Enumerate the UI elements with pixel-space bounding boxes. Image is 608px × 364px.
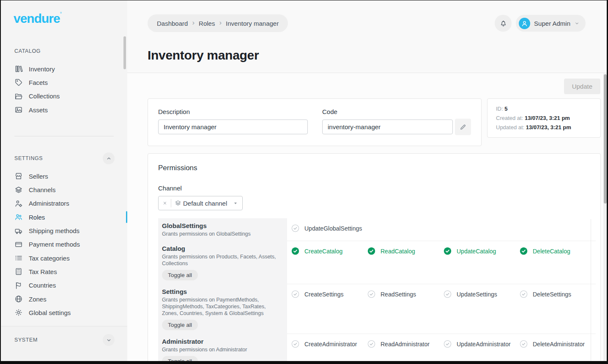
description-field[interactable] <box>158 120 308 134</box>
meta-row: ID: 5 <box>496 104 592 114</box>
sidebar-item-sellers[interactable]: Sellers <box>1 169 127 183</box>
permission-checkbox-DeleteSettings[interactable]: DeleteSettings <box>520 290 596 298</box>
main-scrollbar-thumb[interactable] <box>604 74 607 204</box>
administrators-icon <box>14 199 23 208</box>
code-label: Code <box>322 108 471 115</box>
sidebar-item-facets[interactable]: Facets <box>1 76 127 89</box>
sidebar-section-settings[interactable]: SETTINGS <box>1 152 127 164</box>
permission-label: ReadSettings <box>381 291 416 298</box>
sidebar-item-administrators[interactable]: Administrators <box>1 197 127 210</box>
sidebar-item-payment-methods[interactable]: Payment methods <box>1 238 127 251</box>
sidebar-item-tax-rates[interactable]: Tax Rates <box>1 265 127 278</box>
bell-icon <box>499 19 507 27</box>
permission-checkbox-CreateCatalog[interactable]: CreateCatalog <box>291 247 367 255</box>
sidebar-item-inventory[interactable]: Inventory <box>1 62 127 76</box>
permission-label: CreateCatalog <box>304 248 342 255</box>
breadcrumb-inventory-manager[interactable]: Inventory manager <box>226 20 279 27</box>
divider <box>171 199 171 207</box>
permission-checkbox-UpdateCatalog[interactable]: UpdateCatalog <box>444 247 520 255</box>
facets-icon <box>14 78 23 87</box>
permission-group-row-globalsettings: GlobalSettingsGrants permissions on Glob… <box>158 218 590 241</box>
permission-checkbox-ReadAdministrator[interactable]: ReadAdministrator <box>367 340 444 348</box>
collections-icon <box>14 92 23 101</box>
sidebar-item-label: Shipping methods <box>29 227 79 234</box>
check-circle-off-icon <box>291 224 299 232</box>
sidebar-item-label: Tax Rates <box>29 268 57 275</box>
sidebar-item-global-settings[interactable]: Global settings <box>1 306 127 319</box>
sidebar-item-label: Roles <box>29 214 45 221</box>
sidebar-item-collections[interactable]: Collections <box>1 90 127 103</box>
sidebar-section-system[interactable]: SYSTEM <box>1 334 127 346</box>
permission-label: CreateAdministrator <box>304 341 357 348</box>
sellers-icon <box>14 172 23 180</box>
sidebar-item-assets[interactable]: Assets <box>1 103 127 117</box>
permission-checkbox-ReadCatalog[interactable]: ReadCatalog <box>367 247 444 255</box>
permission-label: DeleteCatalog <box>533 248 570 255</box>
description-label: Description <box>158 108 308 115</box>
permission-group-description: Grants permissions on Administrator <box>162 346 281 353</box>
sidebar-item-zones[interactable]: Zones <box>1 292 127 306</box>
permission-checkbox-CreateSettings[interactable]: CreateSettings <box>291 290 367 298</box>
breadcrumb-dashboard[interactable]: Dashboard <box>157 20 188 27</box>
sidebar: vendure° CATALOGInventoryFacetsCollectio… <box>1 0 127 361</box>
permission-group-row-settings: SettingsGrants permissions on PaymentMet… <box>158 284 590 334</box>
sidebar-item-shipping-methods[interactable]: Shipping methods <box>1 224 127 237</box>
permissions-table: GlobalSettingsGrants permissions on Glob… <box>158 218 590 361</box>
meta-row: Created at: 13/07/23, 3:21 pm <box>496 114 592 123</box>
channel-select[interactable]: Default channel <box>158 196 243 210</box>
sidebar-item-label: Inventory <box>29 65 55 73</box>
edit-code-button[interactable] <box>455 119 471 135</box>
clear-channel-icon[interactable] <box>162 201 167 206</box>
permission-checkbox-UpdateGlobalSettings[interactable]: UpdateGlobalSettings <box>291 224 367 232</box>
breadcrumb-roles[interactable]: Roles <box>199 20 215 27</box>
permission-label: DeleteAdministrator <box>533 341 585 348</box>
chevron-down-icon[interactable] <box>103 334 115 346</box>
permission-checkbox-DeleteAdministrator[interactable]: DeleteAdministrator <box>520 340 596 348</box>
main-scrollbar[interactable] <box>603 73 607 361</box>
permission-checkbox-UpdateSettings[interactable]: UpdateSettings <box>444 290 520 298</box>
sidebar-item-label: Sellers <box>29 173 48 180</box>
chevron-right-icon: › <box>219 19 222 27</box>
sidebar-item-countries[interactable]: Countries <box>1 279 127 292</box>
inventory-icon <box>14 65 23 73</box>
user-menu[interactable]: Super Admin <box>516 15 586 32</box>
meta-value: 13/07/23, 3:21 pm <box>526 124 571 130</box>
permissions-scroll-divider <box>591 219 591 361</box>
code-field[interactable] <box>322 120 453 134</box>
permission-checkbox-UpdateAdministrator[interactable]: UpdateAdministrator <box>444 340 520 348</box>
sidebar-item-label: Tax categories <box>29 255 70 262</box>
meta-row: Updated at: 13/07/23, 3:21 pm <box>496 123 592 132</box>
check-circle-on-icon <box>520 247 528 255</box>
sidebar-item-roles[interactable]: Roles <box>1 210 127 224</box>
notifications-button[interactable] <box>495 15 512 32</box>
sidebar-section-label: SYSTEM <box>14 337 38 343</box>
permission-checkboxes: UpdateGlobalSettings <box>287 218 596 241</box>
sidebar-item-label: Channels <box>29 186 55 193</box>
sidebar-item-label: Payment methods <box>29 241 80 248</box>
meta-value: 5 <box>504 106 507 112</box>
countries-icon <box>14 281 23 290</box>
check-circle-on-icon <box>291 247 299 255</box>
toggle-all-button[interactable]: Toggle all <box>162 270 198 280</box>
meta-label: Created at: <box>496 115 525 121</box>
channels-icon <box>14 186 23 194</box>
chevron-up-icon[interactable] <box>103 152 115 164</box>
permission-checkbox-DeleteCatalog[interactable]: DeleteCatalog <box>520 247 596 255</box>
toggle-all-button[interactable]: Toggle all <box>162 356 198 361</box>
sidebar-section-label: CATALOG <box>14 48 41 54</box>
sidebar-item-label: Collections <box>29 92 60 100</box>
detail-card: Description Code <box>148 98 482 146</box>
update-button[interactable]: Update <box>564 79 600 94</box>
permission-checkbox-ReadSettings[interactable]: ReadSettings <box>367 290 444 298</box>
permission-checkboxes: CreateSettingsReadSettingsUpdateSettings… <box>287 284 596 334</box>
vendure-logo: vendure° <box>1 0 127 26</box>
check-circle-off-icon <box>520 340 528 348</box>
tax-rates-icon <box>14 267 23 276</box>
sidebar-item-channels[interactable]: Channels <box>1 183 127 196</box>
zones-icon <box>14 295 23 303</box>
sidebar-item-label: Zones <box>29 296 47 303</box>
sidebar-item-tax-categories[interactable]: Tax categories <box>1 251 127 265</box>
toggle-all-button[interactable]: Toggle all <box>162 320 198 330</box>
permission-checkbox-CreateAdministrator[interactable]: CreateAdministrator <box>291 340 367 348</box>
permission-checkboxes: CreateAdministratorReadAdministratorUpda… <box>287 334 596 361</box>
